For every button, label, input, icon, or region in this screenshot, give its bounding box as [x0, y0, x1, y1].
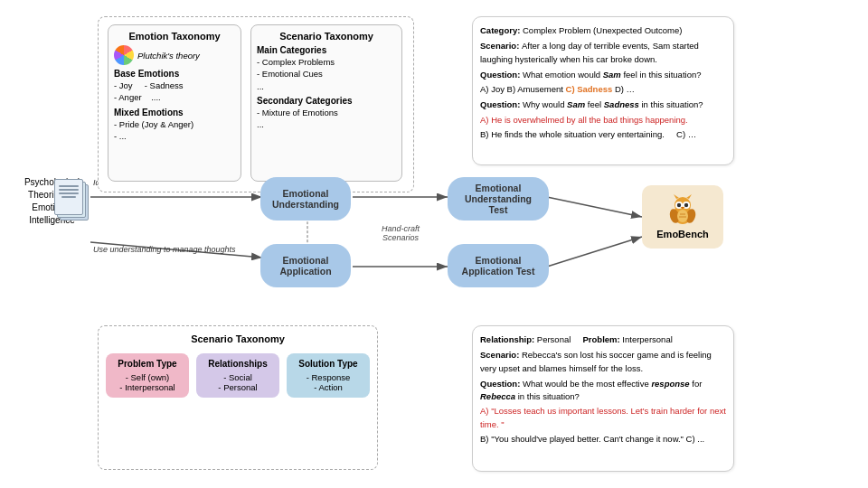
arrow-label-use: Use understanding to manage thoughts	[93, 245, 236, 254]
relationships-box: Relationships - Social - Personal	[196, 353, 279, 398]
relationships-title: Relationships	[202, 359, 274, 369]
base-emotions-1: - Joy - Sadness	[114, 80, 235, 91]
svg-line-6	[547, 197, 642, 217]
svg-point-15	[684, 203, 688, 207]
solution-type-i2: - Action	[292, 382, 364, 392]
bottom-card-b: B) "You should've played better. Can't c…	[480, 433, 726, 446]
node-eat: Emotional Application Test	[448, 244, 549, 287]
doc-stack	[54, 179, 94, 226]
bottom-card-a: A) "Losses teach us important lessons. L…	[480, 405, 726, 431]
bottom-taxonomy-title: Scenario Taxonomy	[99, 333, 377, 344]
top-right-card: Category: Complex Problem (Unexpected Ou…	[472, 16, 734, 165]
bottom-card-q: Question: What would be the most effecti…	[480, 378, 726, 404]
plutchik-circle	[114, 45, 134, 65]
svg-point-19	[677, 210, 688, 222]
card-q1-options: A) Joy B) Amusement C) Sadness D) …	[480, 83, 726, 96]
base-emotions-title: Base Emotions	[114, 69, 235, 79]
card-q2-b: B) He finds the whole situation very ent…	[480, 128, 726, 141]
card-q2: Question: Why would Sam feel Sadness in …	[480, 99, 726, 111]
svg-marker-10	[674, 194, 679, 199]
relationships-i1: - Social	[202, 372, 274, 382]
emobench-label: EmoBench	[656, 229, 708, 239]
bottom-taxonomy-items: Problem Type - Self (own) - Interpersona…	[99, 348, 377, 403]
plutchik-label: Plutchik's theory	[137, 51, 200, 61]
bottom-card-scenario: Scenario: Rebecca's son lost his soccer …	[480, 349, 726, 375]
problem-type-box: Problem Type - Self (own) - Interpersona…	[106, 353, 189, 398]
emotion-taxonomy-box: Emotion Taxonomy Plutchik's theory Base …	[108, 24, 241, 182]
top-taxonomy-box: Emotion Taxonomy Plutchik's theory Base …	[98, 16, 414, 192]
problem-type-i2: - Interpersonal	[111, 382, 184, 392]
svg-point-14	[677, 203, 681, 207]
emotion-taxonomy-title: Emotion Taxonomy	[114, 31, 235, 42]
secondary-categories-title: Secondary Categories	[257, 96, 396, 106]
bottom-card-rel: Relationship: Personal Problem: Interper…	[480, 333, 726, 346]
node-ea: Emotional Application	[260, 244, 351, 287]
base-emotions-2: - Anger ....	[114, 91, 235, 103]
main-cat-1: - Complex Problems	[257, 56, 396, 68]
owl-icon	[666, 194, 699, 227]
main-cat-3: ...	[257, 80, 396, 92]
card-q1: Question: What emotion would Sam feel in…	[480, 69, 726, 81]
mixed-emotions-2: - ...	[114, 130, 235, 142]
secondary-cat-1: - Mixture of Emotions	[257, 107, 396, 118]
bottom-taxonomy-box: Scenario Taxonomy Problem Type - Self (o…	[98, 325, 378, 470]
problem-type-i1: - Self (own)	[111, 372, 184, 382]
svg-line-7	[547, 237, 642, 267]
solution-type-box: Solution Type - Response - Action	[287, 353, 370, 398]
main-categories-title: Main Categories	[257, 45, 396, 55]
solution-type-title: Solution Type	[292, 359, 364, 369]
main-diagram: Psychological Theories on Emotional Inte…	[0, 0, 868, 488]
mixed-emotions-title: Mixed Emotions	[114, 108, 235, 117]
relationships-i2: - Personal	[202, 382, 274, 392]
node-eut: Emotional Understanding Test	[448, 177, 549, 221]
node-eu: Emotional Understanding	[260, 177, 351, 221]
main-cat-2: - Emotional Cues	[257, 68, 396, 80]
scenario-taxonomy-top-box: Scenario Taxonomy Main Categories - Comp…	[250, 24, 402, 182]
bottom-right-card: Relationship: Personal Problem: Interper…	[472, 325, 734, 472]
scenario-taxonomy-top-title: Scenario Taxonomy	[257, 31, 396, 42]
mixed-emotions-1: - Pride (Joy & Anger)	[114, 118, 235, 130]
emobench-box: EmoBench	[642, 185, 723, 249]
card-q2-a: A) He is overwhelmed by all the bad thin…	[480, 114, 726, 127]
secondary-cat-2: ...	[257, 118, 396, 130]
problem-type-title: Problem Type	[111, 359, 184, 369]
svg-marker-11	[686, 194, 692, 199]
solution-type-i1: - Response	[292, 372, 364, 382]
card-scenario: Scenario: After a long day of terrible e…	[480, 40, 726, 66]
handcraft-label: Hand-craftScenarios	[360, 224, 441, 242]
card-category: Category: Complex Problem (Unexpected Ou…	[480, 24, 726, 37]
